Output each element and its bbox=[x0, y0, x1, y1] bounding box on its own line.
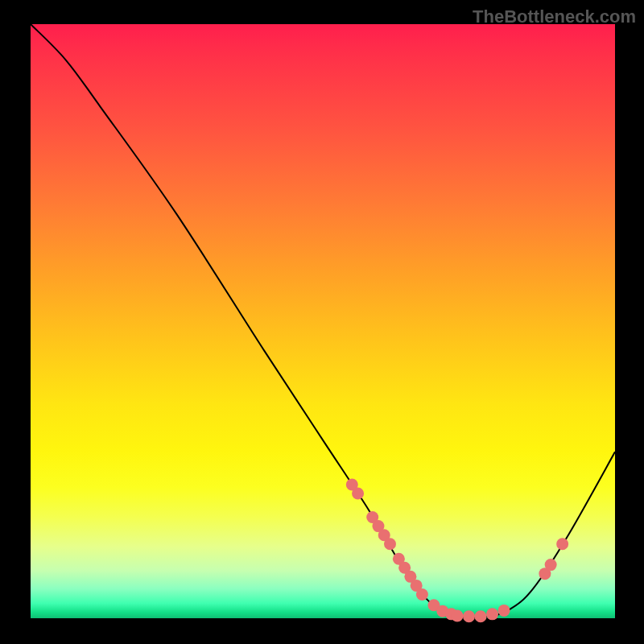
plot-area bbox=[31, 24, 615, 618]
data-marker bbox=[556, 538, 568, 550]
data-markers bbox=[346, 478, 568, 622]
data-marker bbox=[352, 488, 364, 500]
data-marker bbox=[545, 559, 557, 571]
data-marker bbox=[451, 610, 463, 622]
chart-svg bbox=[31, 24, 615, 618]
data-marker bbox=[463, 610, 475, 622]
data-marker bbox=[416, 588, 428, 601]
watermark-text: TheBottleneck.com bbox=[473, 6, 636, 27]
data-marker bbox=[475, 610, 487, 622]
bottleneck-curve bbox=[31, 24, 615, 617]
data-marker bbox=[384, 538, 396, 550]
data-marker bbox=[498, 605, 510, 617]
data-marker bbox=[486, 608, 498, 620]
